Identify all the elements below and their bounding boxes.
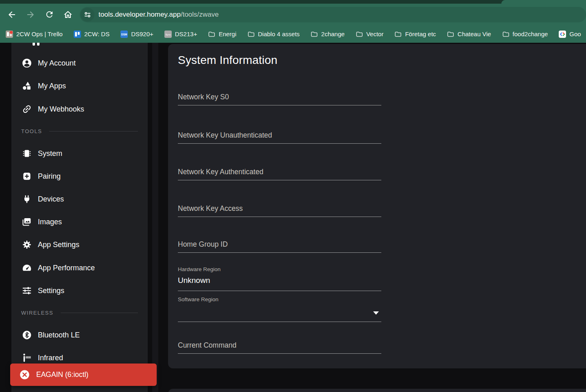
url-domain: tools.developer.homey.app	[98, 11, 181, 18]
bookmark-folder-foretag[interactable]: Företag etc	[394, 31, 436, 38]
bookmark-label: Diablo 4 assets	[258, 31, 300, 37]
trello-favicon	[74, 31, 81, 38]
sidebar-item-images[interactable]: Images	[21, 210, 141, 233]
field-label: Home Group ID	[178, 240, 381, 248]
bookmark-trello[interactable]: 2CW: DS	[74, 31, 109, 38]
bookmark-ds920[interactable]: DSM DS920+	[120, 31, 153, 38]
bookmark-label: 2CW: DS	[84, 31, 109, 37]
field-label: Network Key Unauthenticated	[178, 131, 381, 139]
input-underline	[178, 353, 381, 354]
field-software-region[interactable]: Software Region	[178, 296, 381, 322]
field-current-command[interactable]: Current Command	[178, 341, 381, 354]
bookmark-folder-vector[interactable]: Vector	[356, 31, 384, 38]
next-section-card	[168, 389, 586, 392]
sidebar-item-label: My Webhooks	[38, 105, 84, 114]
field-network-key-s0[interactable]: Network Key S0	[178, 93, 381, 105]
input-underline	[178, 105, 381, 105]
forward-button[interactable]	[24, 8, 37, 22]
sidebar-item-pairing[interactable]: Pairing	[21, 165, 141, 188]
bookmark-label: Företag etc	[405, 31, 436, 37]
page-title: System Information	[178, 54, 278, 67]
folder-icon	[356, 31, 363, 38]
section-label: WIRELESS	[21, 310, 53, 316]
bluetooth-icon	[21, 329, 33, 341]
input-underline	[178, 291, 381, 291]
sidebar-item-app-performance[interactable]: App Performance	[21, 256, 141, 279]
site-info-icon[interactable]	[81, 8, 94, 22]
field-label: Hardware Region	[178, 266, 381, 273]
speedometer-icon	[21, 262, 33, 274]
back-arrow-icon	[7, 10, 17, 20]
bookmark-folder-energi[interactable]: Energi	[208, 31, 236, 38]
browser-toolbar: tools.developer.homey.app/tools/zwave	[0, 4, 586, 25]
dsm-favicon: DSM	[120, 31, 128, 38]
tab-strip	[0, 0, 586, 4]
error-toast[interactable]: EAGAIN (6:ioctl)	[10, 364, 157, 386]
sidebar-item-my-account[interactable]: My Account	[21, 52, 141, 74]
sidebar-item-label: App Settings	[38, 241, 79, 249]
section-divider	[61, 313, 138, 313]
forward-arrow-icon	[26, 10, 35, 20]
field-label: Network Key Access	[178, 204, 381, 212]
folder-icon	[447, 31, 454, 38]
chevron-down-icon	[373, 311, 379, 315]
synology-favicon: Syno	[164, 31, 172, 38]
bookmark-label: Energi	[219, 31, 236, 37]
bookmark-label: 2change	[321, 31, 345, 37]
url-text: tools.developer.homey.app/tools/zwave	[98, 11, 219, 19]
error-cancel-icon	[19, 369, 30, 380]
field-home-group-id[interactable]: Home Group ID	[178, 240, 381, 253]
browser-window: tools.developer.homey.app/tools/zwave 2C…	[0, 0, 586, 392]
bookmark-trello-board[interactable]: 2CW Ops | Trello	[6, 31, 63, 38]
bookmark-label: Goo	[569, 31, 581, 37]
bookmark-label: food2change	[513, 31, 548, 37]
bookmark-label: 2CW Ops | Trello	[16, 31, 63, 37]
field-label: Software Region	[178, 296, 381, 303]
field-network-key-unauthenticated[interactable]: Network Key Unauthenticated	[178, 131, 381, 144]
sidebar-item-label: My Apps	[38, 82, 66, 90]
sidebar-item-app-settings[interactable]: App Settings	[21, 233, 141, 256]
bookmark-google[interactable]: Goo	[559, 31, 581, 38]
input-underline	[178, 252, 381, 253]
sidebar-item-label: Settings	[38, 287, 64, 295]
address-bar[interactable]: tools.developer.homey.app/tools/zwave	[80, 7, 586, 22]
field-network-key-access[interactable]: Network Key Access	[178, 204, 381, 217]
scrollbar[interactable]	[152, 43, 158, 392]
back-button[interactable]	[5, 8, 19, 22]
input-underline	[178, 217, 381, 217]
account-icon	[21, 57, 33, 69]
plug-icon	[21, 193, 33, 205]
sidebar-item-my-apps[interactable]: My Apps	[21, 74, 141, 97]
sidebar-item-devices[interactable]: Devices	[21, 188, 141, 210]
input-underline	[178, 322, 381, 322]
bookmark-label: DS920+	[131, 31, 153, 37]
partial-item-icon	[33, 43, 42, 46]
trello-board-favicon	[6, 31, 13, 38]
bookmark-ds213[interactable]: Syno DS213+	[164, 31, 197, 38]
reload-button[interactable]	[42, 8, 56, 22]
field-network-key-authenticated[interactable]: Network Key Authenticated	[178, 168, 381, 180]
bookmark-folder-2change[interactable]: 2change	[310, 31, 345, 38]
sidebar-item-system[interactable]: System	[21, 142, 141, 165]
sidebar-item-label: Infrared	[38, 354, 63, 362]
home-button[interactable]	[61, 8, 75, 22]
bookmark-label: Vector	[366, 31, 384, 37]
sidebar-item-my-webhooks[interactable]: My Webhooks	[21, 98, 141, 120]
sidebar-item-bluetooth-le[interactable]: Bluetooth LE	[21, 324, 141, 346]
active-tab-top[interactable]	[501, 0, 586, 4]
photo-icon	[21, 216, 33, 228]
bookmark-folder-diablo[interactable]: Diablo 4 assets	[247, 31, 300, 38]
folder-icon	[247, 31, 255, 38]
bookmark-folder-chateau[interactable]: Chateau Vie	[447, 31, 491, 38]
folder-icon	[310, 31, 318, 38]
page-content: My Account My Apps My Webhooks TOOLS Sy	[0, 43, 586, 392]
bookmark-folder-food2change[interactable]: food2change	[502, 31, 548, 38]
gear-icon	[21, 239, 33, 250]
bookmark-label: Chateau Vie	[457, 31, 491, 37]
field-label: Network Key S0	[178, 93, 381, 101]
field-label: Network Key Authenticated	[178, 168, 381, 176]
link-icon	[21, 103, 33, 115]
sidebar: My Account My Apps My Webhooks TOOLS Sy	[11, 43, 148, 392]
sidebar-item-label: Bluetooth LE	[38, 331, 80, 339]
sidebar-item-settings[interactable]: Settings	[21, 279, 141, 302]
